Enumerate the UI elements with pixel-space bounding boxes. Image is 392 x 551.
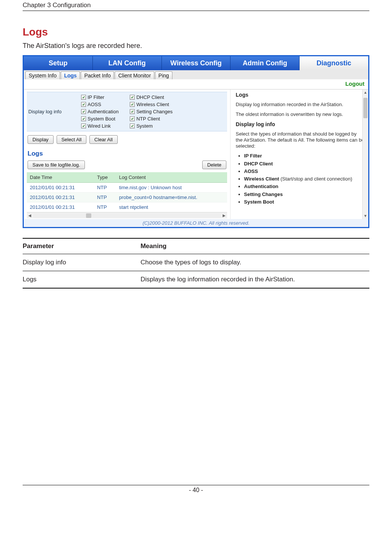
section-subtitle: The AirStation's logs are recorded here. <box>23 42 369 50</box>
table-row: 2012/01/01 00:21:31 NTP probe_count=0 ho… <box>27 193 227 202</box>
log-cell-type: NTP <box>94 202 116 212</box>
chk-setting-changes[interactable]: Setting Changes <box>130 109 172 114</box>
sub-tab-client-monitor[interactable]: Client Monitor <box>115 71 154 79</box>
sub-tab-ping[interactable]: Ping <box>155 71 172 79</box>
sub-tab-system-info[interactable]: System Info <box>25 71 60 79</box>
log-cell-dt: 2012/01/01 00:21:31 <box>27 183 94 193</box>
delete-logs-button[interactable]: Delete <box>202 161 226 169</box>
logs-heading: Logs <box>28 150 227 157</box>
log-cell-content: probe_count=0 hostname=time.nist. <box>116 193 227 202</box>
scrollbar-vertical[interactable]: ▲ ▼ <box>362 90 368 219</box>
main-tab-diagnostic[interactable]: Diagnostic <box>300 56 368 70</box>
display-log-info-label: Display log info <box>28 109 81 114</box>
log-cell-type: NTP <box>94 193 116 202</box>
chk-system[interactable]: System <box>130 123 172 129</box>
chk-dhcp-client[interactable]: DHCP Client <box>130 94 172 100</box>
list-item: DHCP Client <box>244 161 364 167</box>
display-button[interactable]: Display <box>28 135 54 144</box>
chk-label: DHCP Client <box>136 94 164 100</box>
checkbox-icon <box>130 123 135 128</box>
scroll-up-icon: ▲ <box>363 90 368 96</box>
display-log-info-row: Display log info IP Filter AOSS Authenti… <box>27 92 227 131</box>
main-tab-admin-config[interactable]: Admin Config <box>231 56 300 70</box>
help-note: (Start/stop and client connection) <box>279 176 352 182</box>
help-heading-logs: Logs <box>236 92 364 99</box>
chk-label: Setting Changes <box>136 109 172 114</box>
main-tab-wireless-config[interactable]: Wireless Config <box>162 56 231 70</box>
param-cell-name: Logs <box>23 271 140 289</box>
chapter-header: Chapter 3 Configuration <box>23 0 369 11</box>
display-log-col2: DHCP Client Wireless Client Setting Chan… <box>130 94 172 129</box>
checkbox-icon <box>130 102 135 107</box>
log-cell-type: NTP <box>94 183 116 193</box>
checkbox-icon <box>81 109 86 114</box>
scroll-thumb[interactable] <box>363 98 367 118</box>
scrollbar-horizontal[interactable]: ◀ ▶ <box>27 212 227 218</box>
list-item: AOSS <box>244 168 364 174</box>
sub-tab-bar: System Info Logs Packet Info Client Moni… <box>24 70 368 79</box>
checkbox-icon <box>130 95 135 100</box>
parameter-table: Parameter Meaning Display log info Choos… <box>23 238 369 289</box>
checkbox-icon <box>130 116 135 121</box>
sub-tab-logs[interactable]: Logs <box>61 71 80 79</box>
log-cell-dt: 2012/01/01 00:21:31 <box>27 193 94 202</box>
logout-bar: Logout <box>24 79 368 89</box>
main-tab-lan-config[interactable]: LAN Config <box>93 56 162 70</box>
log-cell-content: start ntpclient <box>116 202 227 212</box>
param-header-meaning: Meaning <box>140 238 369 254</box>
table-row: 2012/01/01 00:21:31 NTP start ntpclient <box>27 202 227 212</box>
main-tab-setup[interactable]: Setup <box>24 56 93 70</box>
chk-label: AOSS <box>88 102 101 107</box>
log-table: Date Time Type Log Content 2012/01/01 00… <box>27 172 227 212</box>
main-tab-bar: Setup LAN Config Wireless Config Admin C… <box>24 56 368 70</box>
save-logfile-button[interactable]: Save to file logfile.log. <box>28 161 85 169</box>
help-pane: Logs Display log information recorded in… <box>231 90 368 219</box>
list-item: System Boot <box>244 199 364 205</box>
log-col-datetime: Date Time <box>27 172 94 183</box>
sub-tab-packet-info[interactable]: Packet Info <box>81 71 114 79</box>
display-buttons: Display Select All Clear All <box>27 131 227 149</box>
help-heading-dli: Display log info <box>236 121 364 128</box>
chk-label: NTP Client <box>136 116 160 122</box>
chk-label: Authentication <box>88 109 118 114</box>
chk-aoss[interactable]: AOSS <box>81 102 118 107</box>
chk-ip-filter[interactable]: IP Filter <box>81 94 118 100</box>
param-cell-name: Display log info <box>23 254 140 271</box>
help-text: Display log information recorded in the … <box>236 102 364 108</box>
left-pane: Display log info IP Filter AOSS Authenti… <box>24 90 231 219</box>
clear-all-button[interactable]: Clear All <box>89 135 117 144</box>
chk-system-boot[interactable]: System Boot <box>81 116 118 122</box>
section-title: Logs <box>23 26 369 38</box>
list-item: Authentication <box>244 184 364 190</box>
checkbox-icon <box>81 116 86 121</box>
page-number: - 40 - <box>23 485 369 494</box>
log-cell-dt: 2012/01/01 00:21:31 <box>27 202 94 212</box>
scroll-down-icon: ▼ <box>363 213 368 219</box>
chk-wired-link[interactable]: Wired Link <box>81 123 118 129</box>
param-cell-meaning: Choose the types of logs to display. <box>140 254 369 271</box>
copyright-bar: (C)2000-2012 BUFFALO INC. All rights res… <box>24 219 368 227</box>
logout-link[interactable]: Logout <box>345 80 364 87</box>
chk-label: Wired Link <box>88 123 111 129</box>
chk-ntp-client[interactable]: NTP Client <box>130 116 172 122</box>
help-list: IP Filter DHCP Client AOSS Wireless Clie… <box>244 153 364 205</box>
log-col-content: Log Content <box>116 172 227 183</box>
chk-label: IP Filter <box>88 94 105 100</box>
display-log-col1: IP Filter AOSS Authentication System Boo… <box>81 94 118 129</box>
help-text: The oldest information is overwritten by… <box>236 111 364 117</box>
chk-label: System Boot <box>88 116 115 122</box>
checkbox-icon <box>81 123 86 128</box>
scroll-right-icon: ▶ <box>221 213 227 218</box>
list-item: Setting Changes <box>244 191 364 198</box>
help-text: Select the types of information that sho… <box>236 131 364 150</box>
chk-authentication[interactable]: Authentication <box>81 109 118 114</box>
param-header-parameter: Parameter <box>23 238 140 254</box>
select-all-button[interactable]: Select All <box>57 135 86 144</box>
param-cell-meaning: Displays the log information recorded in… <box>140 271 369 289</box>
list-item: IP Filter <box>244 153 364 159</box>
scroll-thumb[interactable] <box>86 213 91 218</box>
admin-ui-screenshot: Setup LAN Config Wireless Config Admin C… <box>23 55 369 228</box>
chk-wireless-client[interactable]: Wireless Client <box>130 102 172 107</box>
scroll-left-icon: ◀ <box>27 213 33 218</box>
list-item: Wireless Client (Start/stop and client c… <box>244 176 364 182</box>
